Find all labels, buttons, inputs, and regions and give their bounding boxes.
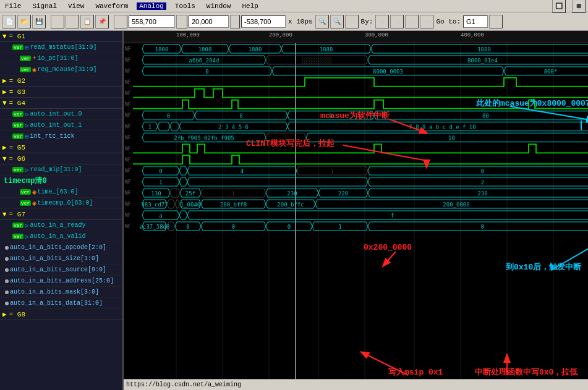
bit-icon: ▷ xyxy=(25,111,28,118)
circle-icon: ◉ xyxy=(32,200,36,207)
wave-btn1[interactable]: ⏹ xyxy=(375,15,389,28)
signal-name: auto_in_a_bits_opcode[2:0] xyxy=(10,244,106,251)
signal-name: auto_int_out_1 xyxy=(30,122,82,129)
bus-icon: ⊞ xyxy=(25,44,28,51)
bus-icon: ⊞ xyxy=(25,133,28,140)
signal-timecmp[interactable]: ver ◉ timecmp_0[63:0] xyxy=(0,198,122,209)
maximize-btn[interactable]: 🔳 xyxy=(572,0,586,13)
undo-btn[interactable]: ↩ xyxy=(51,15,64,28)
timecmp-annotation: timecmp清0 xyxy=(0,176,122,187)
g4-arrow: ▼ xyxy=(2,100,7,107)
signal-reg-mcause[interactable]: ver ◉ reg_mcause[31:0] xyxy=(0,64,122,75)
signal-auto-in-a-valid[interactable]: ver ▷ auto_in_a_valid xyxy=(0,231,122,242)
play-btn[interactable]: ▶ xyxy=(405,15,419,28)
goto-input[interactable] xyxy=(463,15,488,28)
menu-window[interactable]: Window xyxy=(204,2,234,10)
copy-btn[interactable]: 📋 xyxy=(80,15,94,28)
signal-read-mip[interactable]: ver ▷ read_mip[31:0] xyxy=(0,164,122,176)
signal-name: int_rtc_tick xyxy=(30,133,74,140)
signal-indicator xyxy=(5,290,9,294)
menubar: File Signal View Waveform Analog Tools W… xyxy=(0,0,588,12)
g3-arrow: ▶ xyxy=(2,88,7,96)
zoom-out-btn[interactable]: 🔍 xyxy=(330,15,344,28)
new-btn[interactable]: 📄 xyxy=(2,15,16,28)
cursor-pos-input[interactable] xyxy=(129,15,175,28)
open-btn[interactable]: 📂 xyxy=(17,15,31,28)
g2-label: = G2 xyxy=(9,77,25,85)
signal-indicator xyxy=(5,268,9,272)
signal-source[interactable]: auto_in_a_bits_source[9:0] xyxy=(0,265,122,276)
group-g1[interactable]: ▼ = G1 xyxy=(0,31,122,42)
zoom-100-btn[interactable]: 100 xyxy=(345,15,359,28)
bit-icon: ▷ xyxy=(25,222,28,229)
signal-name: auto_in_a_valid xyxy=(30,233,85,240)
signal-io-pc[interactable]: ver + io_pc[31:0] xyxy=(0,53,122,64)
signal-name: auto_in_a_bits_mask[3:0] xyxy=(10,289,99,295)
signal-size[interactable]: auto_in_a_bits_size[1:0] xyxy=(0,253,122,265)
next-btn[interactable]: ▶▶ xyxy=(420,15,433,28)
time-mark-300: 300,000 xyxy=(365,32,388,38)
menu-help[interactable]: Help xyxy=(239,2,260,10)
goto-arrow-btn[interactable]: ▼ xyxy=(489,15,503,28)
ver-badge: ver xyxy=(12,122,23,128)
time-mark-200: 200,000 xyxy=(269,32,292,38)
menu-signal[interactable]: Signal xyxy=(30,2,59,10)
signal-name: auto_int_out_0 xyxy=(30,111,82,117)
bit-icon: ▷ xyxy=(25,166,28,174)
offset-input[interactable] xyxy=(241,15,286,28)
group-g6[interactable]: ▼ = G6 xyxy=(0,153,122,164)
signal-auto-int-out-1[interactable]: ver ▷ auto_int_out_1 xyxy=(0,120,122,131)
ver-badge: ver xyxy=(12,223,23,228)
g8-arrow: ▶ xyxy=(2,310,7,318)
waveform-area[interactable]: 100,000 200,000 300,000 400,000 mcasue为软… xyxy=(124,31,588,390)
zoom-in-btn[interactable]: 🔍 xyxy=(315,15,329,28)
bit-icon: ▷ xyxy=(25,122,28,129)
group-g7[interactable]: ▼ = G7 xyxy=(0,209,122,220)
group-g2[interactable]: ▶ = G2 xyxy=(0,75,122,87)
group-g4[interactable]: ▼ = G4 xyxy=(0,98,122,109)
group-g8[interactable]: ▶ = G8 xyxy=(0,309,122,320)
signal-name: auto_in_a_ready xyxy=(30,222,85,229)
cursor-btn[interactable]: ↖ xyxy=(114,15,127,28)
period-icon: ⏱ xyxy=(176,15,187,28)
cut-btn[interactable]: ✂ xyxy=(66,15,79,28)
signal-read-mstatus[interactable]: ver ⊞ read_mstatus[31:0] xyxy=(0,42,122,53)
group-g3[interactable]: ▶ = G3 xyxy=(0,87,122,98)
g4-label: = G4 xyxy=(9,100,25,107)
signal-time[interactable]: ver ◉ time_[63:0] xyxy=(0,187,122,198)
g8-label: = G8 xyxy=(9,311,25,318)
g6-label: = G6 xyxy=(9,155,25,163)
save-btn[interactable]: 💾 xyxy=(32,15,46,28)
signal-address[interactable]: auto_in_a_bits_address[25:0] xyxy=(0,276,122,287)
signal-name: auto_in_a_bits_source[9:0] xyxy=(10,266,106,273)
group-g5[interactable]: ▶ = G5 xyxy=(0,142,122,153)
plus-icon: + xyxy=(32,55,36,62)
paste-btn[interactable]: 📌 xyxy=(95,15,109,28)
minimize-btn[interactable]: 🔲 xyxy=(552,0,566,13)
signal-int-rtc-tick[interactable]: ver ⊞ int_rtc_tick xyxy=(0,131,122,142)
time-mark-100: 100,000 xyxy=(176,32,200,38)
signal-opcode[interactable]: auto_in_a_bits_opcode[2:0] xyxy=(0,242,122,253)
bit-icon: ▷ xyxy=(25,233,28,240)
signal-auto-in-a-ready[interactable]: ver ▷ auto_in_a_ready xyxy=(0,220,122,231)
time-mark-400: 400,000 xyxy=(461,32,484,38)
signal-indicator xyxy=(5,279,9,283)
menu-view[interactable]: View xyxy=(66,2,87,10)
circle-icon: ◉ xyxy=(32,189,36,196)
arrow-icon: ▲ xyxy=(230,15,240,28)
toolbar: 📄 📂 💾 ↩ ✂ 📋 📌 ↖ ⏱ ▲ x 10ps 🔍 🔍 100 By: ⏹… xyxy=(0,12,588,31)
menu-file[interactable]: File xyxy=(2,2,23,10)
g5-label: = G5 xyxy=(9,144,25,151)
menu-tools[interactable]: Tools xyxy=(173,2,198,10)
zoom-input[interactable] xyxy=(189,15,229,28)
menu-waveform[interactable]: Waveform xyxy=(93,2,130,10)
menu-analog[interactable]: Analog xyxy=(137,2,166,10)
ver-badge: ver xyxy=(12,134,23,139)
signal-data[interactable]: auto_in_a_bits_data[31:0] xyxy=(0,298,122,309)
signal-mask[interactable]: auto_in_a_bits_mask[3:0] xyxy=(0,287,122,298)
g3-label: = G3 xyxy=(9,88,25,96)
g1-label: = G1 xyxy=(9,33,25,40)
prev-btn[interactable]: ◀ xyxy=(390,15,404,28)
signal-name: read_mip[31:0] xyxy=(30,166,82,173)
signal-auto-int-out-0[interactable]: ver ▷ auto_int_out_0 xyxy=(0,109,122,120)
